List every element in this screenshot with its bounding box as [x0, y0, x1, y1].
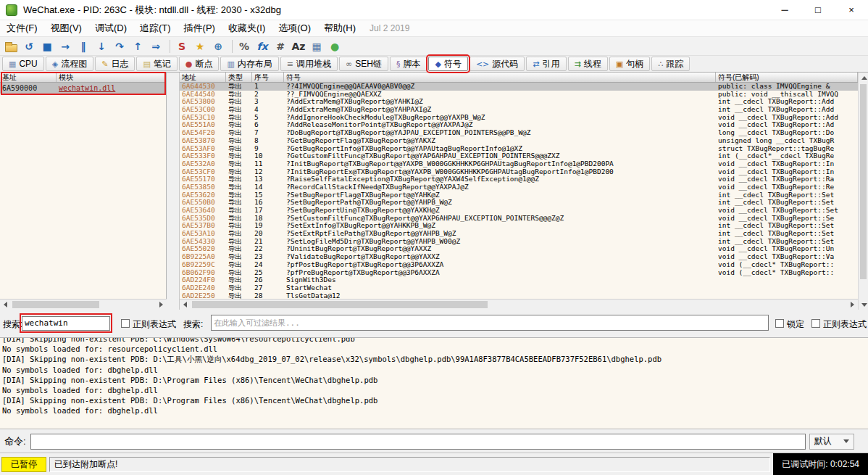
scrollbar-thumb[interactable] — [192, 301, 488, 308]
minimize-button[interactable]: ─ — [768, 0, 801, 20]
modules-header-module[interactable]: 模块 — [57, 73, 166, 82]
tab-notes[interactable]: ▤笔记 — [136, 57, 177, 71]
maximize-button[interactable]: □ — [801, 0, 835, 20]
symbols-header-decoded[interactable]: 符号(已解码) — [716, 73, 858, 82]
symbol-row[interactable]: 6AE53C00导出4?AddExtraMem@TXBugReport@@YAH… — [180, 106, 858, 114]
symbol-row[interactable]: 6AE53C10导出5?AddIgnoreHookCheckModule@TXB… — [180, 114, 858, 122]
run-to-user-code-icon[interactable]: ⇒ — [148, 38, 164, 54]
symbol-row[interactable]: 6AE537B0导出19?SetExtInfo@TXBugReport@@YAH… — [180, 222, 858, 230]
log-output[interactable]: [DIA] Skipping non-existent PDB: C:\Wind… — [0, 337, 868, 429]
percent-tool-icon[interactable]: % — [236, 38, 252, 54]
restart-icon[interactable]: ↺ — [21, 38, 37, 54]
symbol-row[interactable]: 6B9225A0导出23?ValidateBugReport@TXBugRepo… — [180, 253, 858, 261]
symbol-row[interactable]: 6A644530导出1??4IMVQQEngine@@QAEAAV0@ABV0@… — [180, 83, 858, 91]
symbol-row[interactable]: 6AE532A0导出11?InitBugReport@TXBugReport@@… — [180, 160, 858, 168]
symbol-row[interactable]: 6AD2E250导出28TlsGetData@12 — [180, 292, 858, 299]
scylla-icon[interactable]: S — [174, 38, 190, 54]
symbol-row[interactable]: 6AE54F20导出7?DoBugReport@TXBugReport@@YAJ… — [180, 129, 858, 137]
menu-item[interactable]: 插件(P) — [178, 20, 222, 36]
modules-hscrollbar[interactable] — [0, 299, 167, 310]
symbol-row[interactable]: 6AE55170导出13?RaiseSelfFatalException@TXB… — [180, 175, 858, 183]
scrollbar-track[interactable] — [859, 83, 868, 300]
symbol-row[interactable]: 6AE54330导出21?SetLogFileMd5Dir@TXBugRepor… — [180, 238, 858, 246]
symbol-row[interactable]: 6AE533F0导出10?GetCustomFiltFunc@TXBugRepo… — [180, 152, 858, 160]
symbol-row[interactable]: 6AE53A10导出20?SetExtRptFilePath@TXBugRepo… — [180, 230, 858, 238]
fx-tool-icon[interactable]: fx — [254, 38, 270, 54]
menu-item[interactable]: 文件(F) — [0, 20, 44, 36]
tab-source[interactable]: <>源代码 — [470, 57, 525, 71]
symbol-regex-checkbox[interactable] — [811, 319, 820, 328]
tab-script[interactable]: §脚本 — [390, 57, 427, 71]
symbol-row[interactable]: 6AE550B0导出16?SetBugReportPath@TXBugRepor… — [180, 199, 858, 207]
open-file-icon[interactable] — [3, 38, 19, 54]
tab-graph[interactable]: ◈流程图 — [46, 57, 93, 71]
lock-checkbox[interactable] — [775, 319, 784, 328]
tab-references[interactable]: ⇄引用 — [526, 57, 566, 71]
az-tool-icon[interactable]: Az — [291, 38, 306, 54]
stop-icon[interactable]: ■ — [39, 38, 55, 54]
menu-item[interactable]: 视图(V) — [44, 20, 88, 36]
module-row[interactable]: 6A590000 wechatwin.dll — [0, 83, 166, 94]
symbol-row[interactable]: 6AE55020导出22?UninitBugReport@TXBugReport… — [180, 245, 858, 253]
symbols-vscrollbar[interactable] — [858, 73, 868, 310]
scroll-right-icon[interactable] — [156, 300, 167, 310]
pause-icon[interactable]: ‖ — [75, 38, 91, 54]
menu-item[interactable]: 调试(D) — [88, 20, 133, 36]
step-over-icon[interactable]: ↷ — [112, 38, 128, 54]
symbol-row[interactable]: 6B062F90导出25?pfPreBugReport@TXBugReport@… — [180, 269, 858, 277]
symbol-row[interactable]: 6AE53640导出17?SetBugReportUin@TXBugReport… — [180, 207, 858, 215]
scrollbar-thumb[interactable] — [860, 84, 867, 279]
scroll-right-icon[interactable] — [847, 300, 858, 310]
symbol-row[interactable]: 6AE53870导出8?GetBugReportFlag@TXBugReport… — [180, 137, 858, 145]
memory-tool-icon[interactable]: ▦ — [309, 38, 325, 54]
symbol-row[interactable]: 6AD224F0导出26SignWith3Des — [180, 276, 858, 284]
menu-item[interactable]: 追踪(T) — [133, 20, 178, 36]
scroll-left-icon[interactable] — [0, 300, 11, 310]
symbols-header-address[interactable]: 地址 — [180, 73, 226, 82]
symbol-row[interactable]: 6AE53AF0导出9?GetBugReportInfo@TXBugReport… — [180, 145, 858, 153]
symbol-row[interactable]: 6AE535D0导出18?SetCustomFiltFunc@TXBugRepo… — [180, 215, 858, 223]
scroll-down-icon[interactable] — [859, 300, 868, 310]
tab-symbols[interactable]: ◆符号 — [428, 57, 467, 71]
scrollbar-track[interactable] — [11, 300, 156, 310]
command-profile-select[interactable]: 默认 — [809, 434, 854, 450]
run-icon[interactable]: → — [57, 38, 73, 54]
symbol-row[interactable]: 6AE53800导出3?AddExtraMem@TXBugReport@@YAH… — [180, 98, 858, 106]
symbols-header-symbol[interactable]: 符号 — [284, 73, 716, 82]
tab-breakpoints[interactable]: ●断点 — [179, 57, 220, 71]
scrollbar-track[interactable] — [191, 300, 847, 310]
tab-handles[interactable]: ▣句柄 — [609, 57, 650, 71]
symbol-row[interactable]: 6AD2E240导出27StartWechat — [180, 284, 858, 292]
symbols-header-ordinal[interactable]: 序号 — [252, 73, 284, 82]
symbols-header-type[interactable]: 类型 — [226, 73, 252, 82]
tab-memory-map[interactable]: ▥内存布局 — [220, 57, 278, 71]
symbol-search-input[interactable] — [211, 315, 769, 331]
tab-seh[interactable]: ∞SEH链 — [339, 57, 388, 71]
module-regex-checkbox[interactable] — [121, 319, 130, 328]
step-into-icon[interactable]: ↓ — [93, 38, 109, 54]
symbol-row[interactable]: 6AE53850导出14?RecordCallStackIfNeed@TXBug… — [180, 183, 858, 191]
tab-threads[interactable]: ⇉线程 — [568, 57, 608, 71]
tab-call-stack[interactable]: ≡调用堆栈 — [280, 57, 338, 71]
symbol-row[interactable]: 6AE44540导出2??_FIMVQQEngine@@QAEXXZpublic… — [180, 91, 858, 99]
favourites-icon[interactable]: ★ — [192, 38, 208, 54]
symbol-row[interactable]: 6B92259C导出24?pfPostBugReport@TXBugReport… — [180, 261, 858, 269]
symbol-row[interactable]: 6AE53CF0导出12?InitBugReportEx@TXBugReport… — [180, 168, 858, 176]
menu-item[interactable]: 选项(O) — [272, 20, 317, 36]
settings-ball-icon[interactable]: ● — [327, 38, 343, 54]
close-button[interactable]: × — [835, 0, 868, 20]
scrollbar-thumb[interactable] — [12, 301, 99, 308]
symbol-row[interactable]: 6AE53620导出15?SetBugReportFlag@TXBugRepor… — [180, 191, 858, 199]
tab-cpu[interactable]: ▦CPU — [2, 57, 44, 71]
tab-log[interactable]: ✎日志 — [95, 57, 135, 71]
scroll-left-icon[interactable] — [180, 300, 191, 310]
symbol-row[interactable]: 6AE551A0导出6?AddReleaseMonitorPoint@TXBug… — [180, 121, 858, 129]
tools-icon[interactable]: ⊕ — [210, 38, 226, 54]
hash-tool-icon[interactable]: # — [272, 38, 288, 54]
module-search-input[interactable] — [22, 316, 110, 331]
modules-header-base[interactable]: 基址 — [0, 73, 57, 82]
tab-trace[interactable]: ∴跟踪 — [651, 57, 690, 71]
menu-item[interactable]: 收藏夹(I) — [222, 20, 272, 36]
symbols-hscrollbar[interactable] — [180, 299, 858, 310]
command-input[interactable] — [30, 434, 806, 450]
